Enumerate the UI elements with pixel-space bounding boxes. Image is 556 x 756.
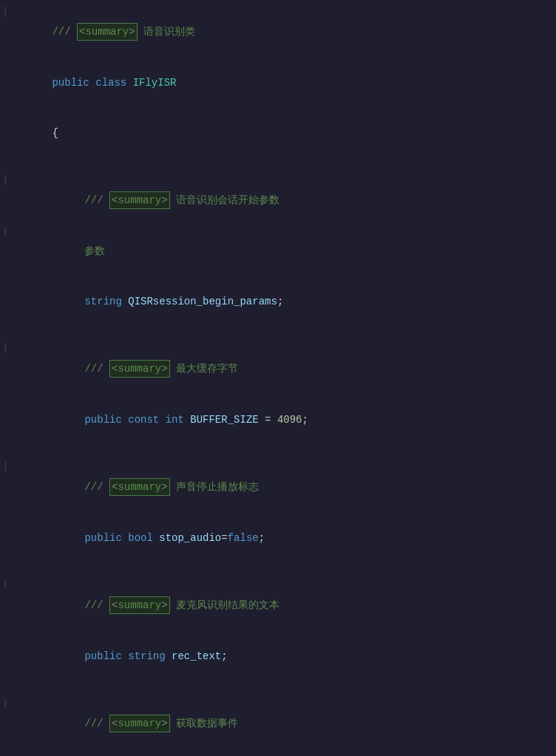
comment-slash-1: /// xyxy=(52,26,77,38)
content-12: /// <summary> 声音停止播放标志 xyxy=(10,462,556,512)
line-15: │ /// <summary> 麦克风识别结果的文本 xyxy=(0,579,556,631)
content-15: /// <summary> 麦克风识别结果的文本 xyxy=(10,580,556,630)
line-19: public event EventHandler<DataArrivedEve… xyxy=(0,749,556,756)
gutter-18: │ xyxy=(0,698,10,707)
gutter-9: │ xyxy=(0,344,10,353)
summary-tag-1: summary xyxy=(85,26,129,38)
content-13: public bool stop_audio=false; xyxy=(10,514,556,562)
line-2: public class IFlyISR xyxy=(0,58,556,108)
gutter-12: │ xyxy=(0,462,10,471)
content-5: /// <summary> 语音识别会话开始参数 xyxy=(10,175,556,225)
content-1: /// <summary> 语音识别类 xyxy=(10,7,556,57)
comment-5: /// xyxy=(84,194,109,206)
gutter-6: │ xyxy=(0,227,10,236)
line-18: │ /// <summary> 获取数据事件 xyxy=(0,698,556,749)
summary-box-18: <summary> xyxy=(109,715,170,732)
blank-4 xyxy=(0,563,556,579)
summary-box-12: <summary> xyxy=(109,478,170,496)
content-19: public event EventHandler<DataArrivedEve… xyxy=(10,750,556,756)
blank-5 xyxy=(0,681,556,698)
content-10: public const int BUFFER_SIZE = 4096; xyxy=(10,395,556,444)
summary-box-15: <summary> xyxy=(109,596,170,614)
content-16: public string rec_text; xyxy=(10,632,556,681)
line-3: { xyxy=(0,108,556,158)
line-9: │ /// <summary> 最大缓存字节 xyxy=(0,343,556,395)
kw-class-2: class xyxy=(95,77,132,89)
code-container: │ /// <summary> 语音识别类 public class IFlyI… xyxy=(0,0,556,756)
classname-2: IFlyISR xyxy=(133,77,177,89)
line-1: │ /// <summary> 语音识别类 xyxy=(0,6,556,58)
line-5: │ /// <summary> 语音识别会话开始参数 xyxy=(0,174,556,226)
angle-close-1: > xyxy=(129,26,135,38)
content-6: 参数 xyxy=(10,227,556,276)
line-10: public const int BUFFER_SIZE = 4096; xyxy=(0,395,556,445)
line-blank-1 xyxy=(0,158,556,174)
line-13: public bool stop_audio=false; xyxy=(0,513,556,563)
gutter-1: │ xyxy=(0,7,10,16)
content-7: string QISRsession_begin_params; xyxy=(10,277,556,326)
content-3: { xyxy=(10,109,556,157)
gutter-15: │ xyxy=(0,580,10,589)
summary-box-1: <summary> xyxy=(77,23,138,41)
kw-public-2: public xyxy=(52,77,95,89)
line-16: public string rec_text; xyxy=(0,631,556,681)
summary-box-9: <summary> xyxy=(109,360,170,378)
line-12: │ /// <summary> 声音停止播放标志 xyxy=(0,461,556,513)
content-9: /// <summary> 最大缓存字节 xyxy=(10,344,556,394)
content-18: /// <summary> 获取数据事件 xyxy=(10,698,556,749)
blank-3 xyxy=(0,445,556,461)
line-7: string QISRsession_begin_params; xyxy=(0,276,556,327)
summary-box-5: <summary> xyxy=(109,191,170,209)
comment-text-1: 语音识别类 xyxy=(138,26,195,38)
gutter-5: │ xyxy=(0,175,10,184)
content-2: public class IFlyISR xyxy=(10,58,556,107)
line-6: │ 参数 xyxy=(0,226,556,276)
blank-2 xyxy=(0,327,556,343)
brace-open: { xyxy=(52,127,58,139)
